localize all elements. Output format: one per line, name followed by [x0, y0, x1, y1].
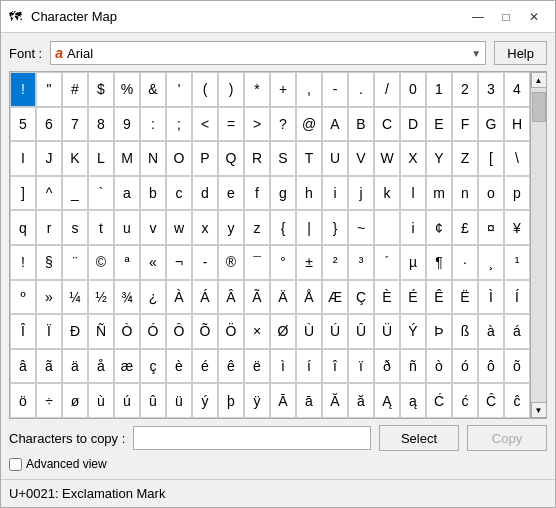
- char-cell[interactable]: ß: [452, 314, 478, 349]
- char-cell[interactable]: Ä: [270, 280, 296, 315]
- char-cell[interactable]: Ñ: [88, 314, 114, 349]
- char-cell[interactable]: |: [296, 210, 322, 245]
- advanced-view-checkbox[interactable]: [9, 458, 22, 471]
- char-cell[interactable]: #: [62, 72, 88, 107]
- char-cell[interactable]: é: [192, 349, 218, 384]
- char-cell[interactable]: q: [10, 210, 36, 245]
- char-cell[interactable]: 3: [478, 72, 504, 107]
- char-cell[interactable]: Þ: [426, 314, 452, 349]
- char-cell[interactable]: !: [10, 245, 36, 280]
- char-cell[interactable]: B: [348, 107, 374, 142]
- char-cell[interactable]: ³: [348, 245, 374, 280]
- char-cell[interactable]: ç: [140, 349, 166, 384]
- char-cell[interactable]: ñ: [400, 349, 426, 384]
- char-cell[interactable]: ä: [62, 349, 88, 384]
- char-cell[interactable]: ]: [10, 176, 36, 211]
- char-cell[interactable]: ': [166, 72, 192, 107]
- char-cell[interactable]: \: [504, 141, 530, 176]
- char-cell[interactable]: £: [452, 210, 478, 245]
- char-cell[interactable]: K: [62, 141, 88, 176]
- char-cell[interactable]: í: [296, 349, 322, 384]
- char-cell[interactable]: s: [62, 210, 88, 245]
- char-cell[interactable]: :: [140, 107, 166, 142]
- char-cell[interactable]: m: [426, 176, 452, 211]
- char-cell[interactable]: g: [270, 176, 296, 211]
- char-cell[interactable]: â: [10, 349, 36, 384]
- char-cell[interactable]: x: [192, 210, 218, 245]
- char-cell[interactable]: «: [140, 245, 166, 280]
- char-cell[interactable]: @: [296, 107, 322, 142]
- char-cell[interactable]: ¤: [478, 210, 504, 245]
- char-cell[interactable]: ô: [478, 349, 504, 384]
- font-selector[interactable]: a Arial ▼: [50, 41, 486, 65]
- char-cell[interactable]: ì: [270, 349, 296, 384]
- char-cell[interactable]: Ý: [400, 314, 426, 349]
- char-cell[interactable]: ·: [452, 245, 478, 280]
- char-cell[interactable]: ¹: [504, 245, 530, 280]
- char-cell[interactable]: Ĉ: [478, 383, 504, 418]
- scroll-up-button[interactable]: ▲: [531, 72, 547, 88]
- char-cell[interactable]: Y: [426, 141, 452, 176]
- char-cell[interactable]: Ù: [296, 314, 322, 349]
- char-cell[interactable]: ¶: [426, 245, 452, 280]
- char-cell[interactable]: y: [218, 210, 244, 245]
- char-cell[interactable]: °: [270, 245, 296, 280]
- char-cell[interactable]: o: [478, 176, 504, 211]
- char-cell[interactable]: =: [218, 107, 244, 142]
- char-cell[interactable]: ª: [114, 245, 140, 280]
- char-cell[interactable]: ¨: [62, 245, 88, 280]
- chars-to-copy-input[interactable]: [133, 426, 371, 450]
- char-cell[interactable]: õ: [504, 349, 530, 384]
- char-cell[interactable]: A: [322, 107, 348, 142]
- char-cell[interactable]: _: [62, 176, 88, 211]
- char-cell[interactable]: 7: [62, 107, 88, 142]
- char-cell[interactable]: ×: [244, 314, 270, 349]
- char-cell[interactable]: å: [88, 349, 114, 384]
- char-cell[interactable]: ¬: [166, 245, 192, 280]
- close-button[interactable]: ✕: [521, 7, 547, 27]
- char-cell[interactable]: 4: [504, 72, 530, 107]
- char-cell[interactable]: *: [244, 72, 270, 107]
- char-cell[interactable]: »: [36, 280, 62, 315]
- scroll-down-button[interactable]: ▼: [531, 402, 547, 418]
- char-cell[interactable]: ā: [296, 383, 322, 418]
- char-cell[interactable]: ´: [374, 245, 400, 280]
- char-cell[interactable]: L: [88, 141, 114, 176]
- char-cell[interactable]: Z: [452, 141, 478, 176]
- char-cell[interactable]: Ø: [270, 314, 296, 349]
- char-cell[interactable]: Æ: [322, 280, 348, 315]
- char-cell[interactable]: Ą: [374, 383, 400, 418]
- char-cell[interactable]: Ú: [322, 314, 348, 349]
- scroll-thumb[interactable]: [532, 92, 546, 122]
- char-cell[interactable]: Ā: [270, 383, 296, 418]
- char-cell[interactable]: p: [504, 176, 530, 211]
- char-cell[interactable]: ê: [218, 349, 244, 384]
- char-cell[interactable]: ¼: [62, 280, 88, 315]
- char-cell[interactable]: û: [140, 383, 166, 418]
- char-cell[interactable]: <: [192, 107, 218, 142]
- scroll-track[interactable]: [531, 88, 546, 402]
- char-cell[interactable]: §: [36, 245, 62, 280]
- char-cell[interactable]: º: [10, 280, 36, 315]
- char-cell[interactable]: D: [400, 107, 426, 142]
- char-cell[interactable]: ¸: [478, 245, 504, 280]
- char-cell[interactable]: Ă: [322, 383, 348, 418]
- char-cell[interactable]: b: [140, 176, 166, 211]
- char-cell[interactable]: ¥: [504, 210, 530, 245]
- char-cell[interactable]: ®: [218, 245, 244, 280]
- char-cell[interactable]: Å: [296, 280, 322, 315]
- char-cell[interactable]: `: [88, 176, 114, 211]
- char-cell[interactable]: 2: [452, 72, 478, 107]
- char-cell[interactable]: Î: [10, 314, 36, 349]
- maximize-button[interactable]: □: [493, 7, 519, 27]
- char-cell[interactable]: u: [114, 210, 140, 245]
- char-cell[interactable]: À: [166, 280, 192, 315]
- char-cell[interactable]: H: [504, 107, 530, 142]
- char-cell[interactable]: Ô: [166, 314, 192, 349]
- char-cell[interactable]: a: [114, 176, 140, 211]
- char-cell[interactable]: î: [322, 349, 348, 384]
- char-cell[interactable]: 8: [88, 107, 114, 142]
- char-cell[interactable]: S: [270, 141, 296, 176]
- char-cell[interactable]: ù: [88, 383, 114, 418]
- help-button[interactable]: Help: [494, 41, 547, 65]
